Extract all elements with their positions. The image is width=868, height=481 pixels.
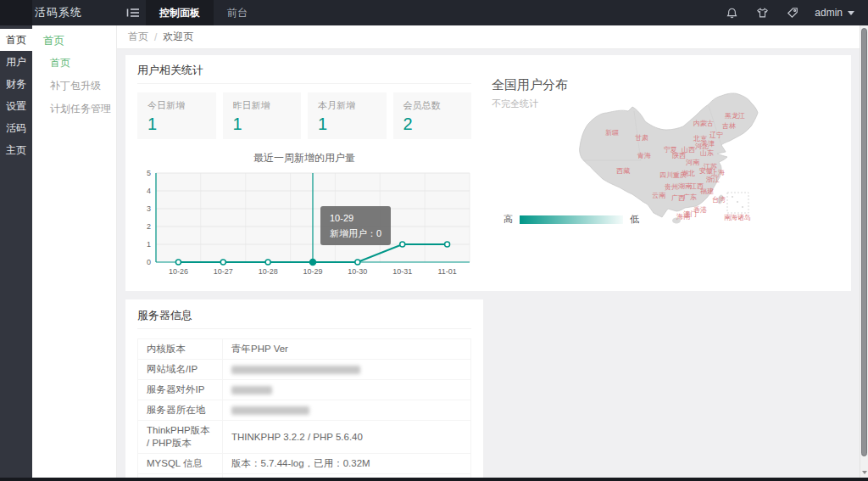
table-row: ThinkPHP版本 / PHP版本THINKPHP 3.2.2 / PHP 5… — [138, 421, 471, 454]
province-label: 山东 — [700, 149, 714, 157]
data-point — [175, 260, 181, 265]
server-info-title: 服务器信息 — [137, 309, 471, 329]
admin-menu[interactable]: admin — [808, 0, 868, 25]
data-point — [220, 260, 225, 265]
breadcrumb: 首页 / 欢迎页 — [117, 25, 860, 49]
province-label: 陕西 — [672, 152, 686, 159]
breadcrumb-separator: / — [154, 31, 157, 43]
sidebar-collapse-icon[interactable] — [120, 0, 146, 25]
table-row: 服务器对外IP — [138, 380, 471, 400]
sidebar-item[interactable]: 活码 — [0, 117, 32, 139]
submenu-item[interactable]: 计划任务管理 — [32, 98, 116, 120]
sidebar-item[interactable]: 财务 — [0, 73, 32, 95]
province-label: 甘肃 — [635, 134, 648, 142]
data-point — [265, 260, 270, 265]
row-label: 服务器所在地 — [138, 400, 223, 421]
notifications-button[interactable] — [716, 0, 747, 25]
map-legend: 高 低 — [504, 213, 639, 226]
svg-text:5: 5 — [147, 169, 151, 177]
redacted-value — [231, 386, 272, 394]
main-content: 用户相关统计 今日新增1昨日新增1本月新增1会员总数2 最近一周新增的用户量 0… — [117, 49, 860, 478]
row-value: 版本：5.7.44-log，已用：0.32M — [223, 454, 471, 474]
theme-button[interactable] — [747, 0, 777, 25]
legend-gradient-bar — [520, 215, 623, 224]
stat-label: 本月新增 — [318, 99, 376, 112]
weekly-users-chart[interactable]: 01234510-2610-2710-2810-2910-3010-3111-0… — [137, 169, 471, 281]
province-label: 海南 — [676, 213, 691, 221]
svg-text:10-31: 10-31 — [392, 267, 412, 276]
hamburger-icon — [126, 7, 140, 19]
bell-icon — [726, 7, 738, 20]
top-nav-item[interactable]: 前台 — [214, 0, 261, 25]
line-chart-title: 最近一周新增的用户量 — [137, 151, 471, 165]
user-stats-title: 用户相关统计 — [137, 64, 471, 84]
top-nav: 控制面板前台 — [146, 0, 261, 25]
redacted-value — [231, 406, 309, 415]
province-label: 河南 — [686, 159, 700, 166]
svg-text:10-27: 10-27 — [214, 267, 233, 276]
province-label: 辽宁 — [709, 131, 723, 139]
stat-box: 昨日新增1 — [223, 92, 302, 139]
app-title: 活码系统 — [35, 5, 82, 20]
svg-text:0: 0 — [147, 258, 151, 266]
breadcrumb-home[interactable]: 首页 — [128, 30, 148, 44]
tshirt-icon — [756, 7, 769, 19]
scrollbar-down-arrow[interactable] — [860, 468, 868, 477]
line-chart-svg: 01234510-2610-2710-2810-2910-3010-3111-0… — [137, 169, 476, 277]
data-point — [355, 260, 360, 265]
stat-value: 1 — [147, 115, 206, 134]
server-info-panel: 服务器信息 内核版本青年PHP Ver网站域名/IP服务器对外IP服务器所在地T… — [125, 299, 483, 478]
province-label: 广东 — [683, 193, 697, 201]
scrollbar-track[interactable] — [860, 25, 868, 478]
submenu-item[interactable]: 补丁包升级 — [32, 75, 116, 98]
svg-text:11-01: 11-01 — [437, 267, 456, 276]
province-label: 浙江 — [706, 176, 720, 183]
top-nav-item[interactable]: 控制面板 — [146, 0, 214, 25]
tags-button[interactable] — [777, 0, 808, 25]
sidebar-item[interactable]: 设置 — [0, 95, 32, 117]
svg-text:10-29: 10-29 — [303, 267, 322, 276]
stat-box: 会员总数2 — [393, 92, 472, 139]
stat-box: 本月新增1 — [308, 92, 387, 139]
server-info-table: 内核版本青年PHP Ver网站域名/IP服务器对外IP服务器所在地ThinkPH… — [137, 338, 471, 478]
row-value — [223, 380, 471, 400]
stat-label: 昨日新增 — [233, 99, 292, 112]
data-point — [445, 242, 450, 247]
sidebar-item[interactable]: 用户 — [0, 51, 32, 73]
chevron-down-icon — [848, 11, 854, 15]
south-sea-inset — [727, 193, 748, 213]
sidebar-item[interactable]: 主页 — [0, 139, 32, 161]
submenu-parent[interactable]: 首页 — [32, 25, 116, 52]
top-header: 活码系统 控制面板前台 admin — [0, 0, 868, 25]
breadcrumb-current: 欢迎页 — [163, 30, 193, 44]
sidebar-item[interactable]: 首页 — [0, 29, 32, 51]
province-label: 贵州 — [665, 183, 678, 191]
table-row: 内核版本青年PHP Ver — [138, 339, 471, 360]
admin-username: admin — [815, 7, 843, 19]
svg-text:3: 3 — [147, 204, 151, 213]
province-label: 黑龙江 — [725, 112, 745, 120]
province-label: 西藏 — [616, 167, 631, 175]
stat-box: 今日新增1 — [137, 92, 216, 139]
secondary-sidebar: 首页首页补丁包升级计划任务管理 — [32, 25, 117, 478]
scrollbar-thumb[interactable] — [861, 28, 867, 456]
table-row: 服务器所在地 — [138, 400, 471, 421]
data-point — [400, 242, 405, 247]
stat-label: 今日新增 — [147, 99, 206, 112]
stat-value: 1 — [233, 115, 292, 134]
bottom-edge-strip — [0, 478, 868, 481]
province-label: 湖北 — [682, 170, 695, 177]
row-label: 服务器对外IP — [138, 380, 223, 400]
svg-text:10-30: 10-30 — [348, 267, 367, 276]
table-row: MYSQL 信息版本：5.7.44-log，已用：0.32M — [138, 454, 471, 474]
app-logo: 活码系统 — [0, 0, 117, 25]
svg-text:1: 1 — [147, 240, 151, 249]
stat-label: 会员总数 — [403, 99, 462, 112]
submenu-item[interactable]: 首页 — [32, 52, 116, 75]
table-row: 网站域名/IP — [138, 360, 471, 380]
user-stats-section: 用户相关统计 今日新增1昨日新增1本月新增1会员总数2 最近一周新增的用户量 0… — [125, 55, 483, 291]
row-value — [223, 360, 471, 380]
svg-text:10-28: 10-28 — [259, 267, 278, 276]
svg-text:10-26: 10-26 — [169, 267, 188, 276]
row-label: 内核版本 — [138, 339, 223, 360]
